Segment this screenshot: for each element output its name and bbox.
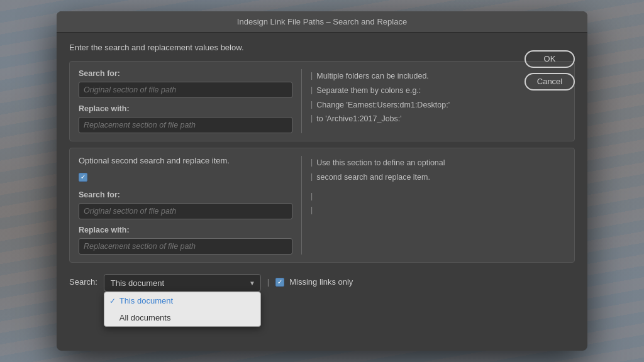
missing-links-row: ✓ Missing links only [275,274,353,287]
pipe-3: | [311,99,313,111]
section1-divider [301,69,302,133]
right-text-6: second search and replace item. [316,172,430,184]
dropdown-option-label-1: This document [119,296,173,305]
search-dropdown[interactable]: This document ▼ [104,274,261,292]
dialog-body: Enter the search and replacement values … [57,33,587,351]
dropdown-option-label-2: All documents [119,313,171,322]
dialog-intro: Enter the search and replacement values … [69,43,575,52]
section2-divider [301,156,302,255]
right-line-5: | Use this section to define an optional [311,157,565,169]
right-line-7: | [311,191,565,202]
checkbox-check: ✓ [80,174,86,180]
search-label-1: Search for: [79,69,292,78]
section2-header: Optional second search and replace item. [79,156,292,165]
dialog-titlebar: Indesign Link File Paths – Search and Re… [57,11,587,33]
right-line-3: | Change 'Earnest:Users:dm1:Desktop:' [311,99,565,111]
replace-label-1: Replace with: [79,104,292,113]
replace-input-1[interactable] [79,117,292,133]
dropdown-value: This document [111,278,164,288]
dropdown-wrapper: This document ▼ This document All docume… [104,274,261,292]
ok-button[interactable]: OK [525,50,575,68]
replace-label-2: Replace with: [79,226,292,234]
dropdown-option-this-document[interactable]: This document [104,292,260,309]
search-input-1[interactable] [79,82,292,98]
missing-links-check: ✓ [277,279,282,285]
pipe-4: | [311,113,313,124]
right-text-4: to 'Archive1:2017_Jobs:' [316,113,401,125]
missing-links-label: Missing links only [289,277,353,287]
pipe-5: | [311,157,313,168]
right-line-4: | to 'Archive1:2017_Jobs:' [311,113,565,125]
right-text-1: Multiple folders can be included. [316,70,429,82]
right-text-5: Use this section to define an optional [316,157,445,169]
pipe-2: | [311,85,313,96]
footer-pipe: | [267,274,269,287]
footer-row: Search: This document ▼ This document Al… [69,269,575,294]
missing-links-checkbox[interactable]: ✓ [275,278,284,287]
replace-input-2[interactable] [79,238,292,255]
cancel-button[interactable]: Cancel [525,73,575,90]
dialog: Indesign Link File Paths – Search and Re… [57,11,587,351]
right-line-8: | [311,205,565,216]
pipe-8: | [311,205,313,216]
optional-checkbox[interactable]: ✓ [79,173,87,182]
right-text-2: Separate them by colons e.g.: [316,85,421,97]
pipe-1: | [311,70,313,82]
section1-box: Search for: Replace with: | Multiple fol… [69,61,575,141]
pipe-6: | [311,172,313,183]
search-input-2[interactable] [79,203,292,219]
dialog-title: Indesign Link File Paths – Search and Re… [237,17,407,26]
pipe-7: | [311,191,313,202]
dropdown-option-all-documents[interactable]: All documents [104,309,260,326]
right-line-6: | second search and replace item. [311,172,565,184]
chevron-down-icon: ▼ [249,280,255,287]
section2-box: Optional second search and replace item.… [69,148,575,263]
search-label-2: Search for: [79,190,292,199]
right-text-3: Change 'Earnest:Users:dm1:Desktop:' [316,99,450,111]
section2-left: Optional second search and replace item.… [79,156,292,255]
dropdown-menu: This document All documents [104,292,261,327]
section2-right: | Use this section to define an optional… [311,156,565,255]
section1-left: Search for: Replace with: [79,69,292,133]
footer-search-label: Search: [69,274,97,287]
